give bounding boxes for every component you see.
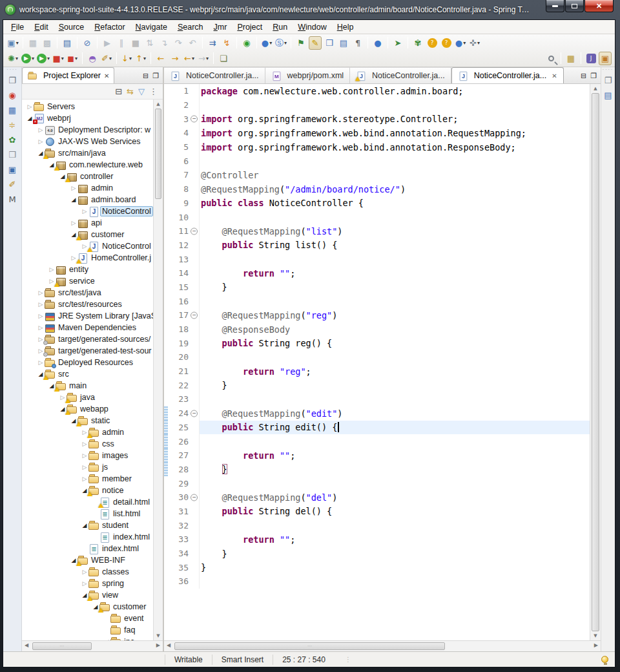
expander-icon[interactable]: ▷: [81, 441, 88, 447]
dropdown-arrow-icon[interactable]: ▾: [16, 40, 19, 46]
code-line-18[interactable]: 18 @ResponseBody: [164, 322, 590, 337]
code-text[interactable]: [199, 476, 590, 490]
dropdown-arrow-icon[interactable]: ▾: [477, 40, 480, 46]
code-line-13[interactable]: 13: [164, 252, 590, 266]
line-number[interactable]: 34: [168, 549, 189, 558]
code-line-8[interactable]: 8@RequestMapping("/admin/board/notice/"): [164, 182, 590, 196]
close-button[interactable]: ✕: [584, 0, 614, 12]
new-wizard-icon[interactable]: ▣▾: [6, 36, 19, 50]
code-line-28[interactable]: 28 }: [164, 463, 590, 477]
tab-project-explorer[interactable]: Project Explorer ✕: [22, 67, 114, 83]
code-text[interactable]: [199, 392, 590, 406]
dropdown-arrow-icon[interactable]: ▾: [16, 56, 18, 61]
run-icon[interactable]: ▶▾: [21, 52, 35, 65]
code-line-21[interactable]: 21 return "reg";: [164, 364, 590, 379]
line-number[interactable]: 28: [168, 465, 189, 474]
code-line-31[interactable]: 31 public String del() {: [164, 505, 590, 519]
line-number[interactable]: 3: [168, 114, 189, 124]
gradle-view-icon[interactable]: ✿: [6, 134, 19, 145]
menu-item-refactor[interactable]: Refactor: [89, 21, 130, 33]
line-number[interactable]: 27: [168, 450, 189, 460]
dropdown-arrow-icon[interactable]: ▾: [61, 56, 64, 61]
run-on-server-icon[interactable]: ➤: [391, 36, 404, 50]
line-number[interactable]: 2: [168, 100, 189, 110]
tree-item-entity[interactable]: ▷entity: [22, 264, 153, 275]
code-text[interactable]: [199, 434, 590, 448]
drag-handle-icon[interactable]: ····: [6, 68, 17, 71]
next-annotation-icon[interactable]: ↓▾: [120, 52, 133, 65]
open-artifact-icon[interactable]: ◓: [86, 52, 99, 65]
expander-icon[interactable]: ▷: [81, 464, 88, 470]
code-text[interactable]: @RequestMapping("edit"): [199, 406, 590, 421]
code-text[interactable]: }: [199, 560, 590, 574]
outline-view-icon[interactable]: ▤: [602, 89, 615, 101]
tree-item-student[interactable]: ◢student: [22, 520, 153, 531]
user-flag-icon[interactable]: ⚑: [294, 36, 307, 50]
code-line-3[interactable]: 3import org.springframework.stereotype.C…: [164, 112, 590, 126]
tree-item-main[interactable]: ◢main: [22, 380, 153, 392]
line-number[interactable]: 1: [168, 86, 189, 96]
tree-item-com-newlecture-web[interactable]: ◢com.newlecture.web: [22, 159, 153, 171]
tree-item-java[interactable]: ▷java: [22, 392, 153, 403]
tree-item-event[interactable]: event: [22, 613, 153, 624]
dropdown-arrow-icon[interactable]: ▾: [32, 56, 34, 61]
tree-item-customer[interactable]: ◢customer: [22, 601, 153, 613]
menu-item-project[interactable]: Project: [232, 21, 267, 33]
properties-view-icon[interactable]: ▦: [6, 104, 19, 116]
back-annotation-icon[interactable]: ←: [154, 52, 167, 65]
expander-icon[interactable]: ▷: [70, 220, 78, 226]
line-number[interactable]: 11: [168, 226, 189, 236]
sliders-view-icon[interactable]: ≑: [6, 119, 19, 131]
expander-icon[interactable]: ▷: [81, 452, 88, 459]
tree-item-customer[interactable]: ◢customer: [22, 229, 153, 240]
dropdown-arrow-icon[interactable]: ▾: [109, 56, 112, 61]
dropdown-arrow-icon[interactable]: ▾: [269, 40, 272, 46]
line-number[interactable]: 23: [168, 394, 189, 404]
scrollbar-thumb[interactable]: ⋯: [174, 642, 445, 650]
code-line-26[interactable]: 26: [164, 434, 590, 448]
open-perspective-icon[interactable]: ▦: [564, 52, 577, 65]
minimize-view-icon[interactable]: ⊟: [143, 72, 149, 80]
scrollbar-thumb[interactable]: [155, 109, 161, 199]
disconnect-icon[interactable]: ⇅: [143, 36, 156, 50]
menu-item-source[interactable]: Source: [54, 21, 90, 33]
code-line-25[interactable]: 25 public String edit() {: [164, 421, 590, 435]
restore-views-icon[interactable]: ❐: [6, 74, 19, 86]
step-return-icon[interactable]: ↶: [186, 36, 199, 50]
expander-icon[interactable]: ◢: [70, 196, 78, 203]
forward-icon[interactable]: →▾: [197, 52, 210, 65]
tree-item-deployment-descriptor-w[interactable]: ▷Deployment Descriptor: w: [22, 124, 153, 136]
code-line-20[interactable]: 20: [164, 350, 590, 364]
code-text[interactable]: return "";: [199, 266, 590, 280]
search-icon[interactable]: [544, 52, 557, 65]
expander-icon[interactable]: ▷: [81, 208, 88, 215]
code-text[interactable]: package com.newlecture.web.controller.ad…: [199, 84, 590, 98]
maximize-button[interactable]: [565, 0, 584, 12]
expander-icon[interactable]: ▷: [37, 313, 45, 319]
line-number[interactable]: 19: [168, 339, 189, 348]
line-number[interactable]: 7: [168, 170, 189, 180]
tree-item-js[interactable]: ▷js: [22, 461, 153, 473]
tree-item-webprj[interactable]: ◢webprj: [22, 112, 153, 124]
menu-item-run[interactable]: Run: [267, 21, 293, 33]
explorer-horizontal-scrollbar[interactable]: ◀ ⋯ ▶: [22, 640, 163, 651]
line-number[interactable]: 30: [168, 492, 189, 502]
relaunch-icon[interactable]: ⇉: [206, 36, 219, 50]
code-line-24[interactable]: 24 @RequestMapping("edit"): [164, 406, 590, 421]
code-line-34[interactable]: 34 }: [164, 547, 590, 561]
filter-icon[interactable]: ▽: [138, 87, 145, 96]
line-number[interactable]: 21: [168, 366, 189, 376]
code-line-12[interactable]: 12 public String list() {: [164, 238, 590, 253]
expander-icon[interactable]: ▷: [37, 301, 45, 308]
tree-item-index-html[interactable]: index.html: [22, 543, 153, 554]
scroll-up-icon[interactable]: ▲: [590, 86, 601, 91]
code-text[interactable]: public String edit() {: [199, 421, 590, 435]
expander-icon[interactable]: ▷: [81, 569, 88, 575]
tree-item-maven-dependencies[interactable]: ▷Maven Dependencies: [22, 322, 153, 333]
menu-item-search[interactable]: Search: [172, 21, 209, 33]
line-number[interactable]: 26: [168, 437, 189, 446]
code-line-27[interactable]: 27 return "";: [164, 448, 590, 463]
line-number[interactable]: 17: [168, 310, 189, 320]
maximize-view-icon[interactable]: ❐: [152, 72, 159, 80]
scroll-down-icon[interactable]: ▼: [590, 633, 601, 638]
